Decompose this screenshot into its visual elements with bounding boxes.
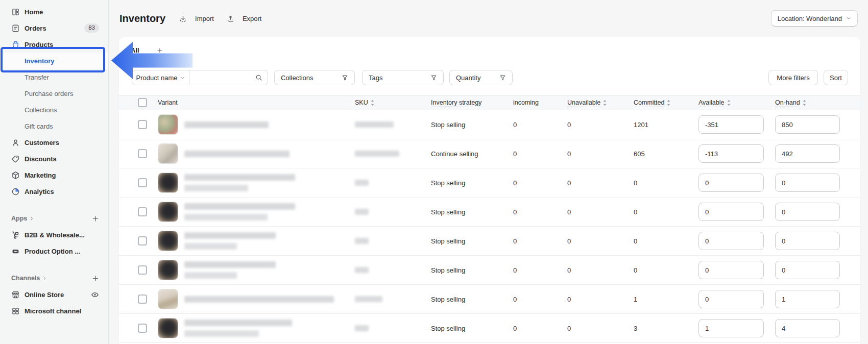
variant-cell — [158, 260, 355, 280]
sidebar-section-apps[interactable]: Apps — [0, 210, 108, 227]
row-checkbox[interactable] — [138, 178, 147, 187]
on-hand-input[interactable] — [775, 174, 840, 192]
sort-icon[interactable] — [727, 100, 731, 106]
column-header-committed[interactable]: Committed — [634, 99, 698, 106]
sidebar-item-analytics[interactable]: Analytics — [0, 183, 108, 200]
sidebar-item-products[interactable]: Products — [0, 36, 108, 53]
sort-icon[interactable] — [370, 100, 375, 106]
variant-cell — [158, 173, 355, 193]
export-button[interactable]: Export — [226, 14, 262, 23]
sidebar-item-inventory[interactable]: Inventory — [0, 53, 108, 69]
row-checkbox-cell — [138, 236, 158, 245]
available-input[interactable] — [698, 115, 764, 134]
sidebar-item-purchase-orders[interactable]: Purchase orders — [0, 85, 108, 102]
row-checkbox[interactable] — [138, 324, 147, 333]
row-checkbox[interactable] — [138, 265, 147, 275]
row-checkbox[interactable] — [138, 236, 147, 245]
available-input[interactable] — [698, 144, 764, 163]
more-filters-button[interactable]: More filters — [768, 70, 818, 85]
table-row: Stop selling000 — [119, 256, 860, 285]
sort-icon[interactable] — [802, 100, 807, 106]
quantity-filter[interactable]: Quantity — [449, 70, 513, 85]
on-hand-input[interactable] — [775, 261, 840, 279]
search-input[interactable] — [195, 74, 255, 82]
available-input[interactable] — [698, 319, 764, 337]
row-checkbox[interactable] — [138, 207, 147, 216]
column-header-unavailable[interactable]: Unavailable — [567, 99, 634, 106]
inventory-strategy-cell: Stop selling — [431, 179, 513, 187]
variant-thumbnail[interactable] — [158, 231, 178, 251]
on-hand-input[interactable] — [775, 232, 840, 250]
column-header-label: Unavailable — [567, 99, 600, 106]
sidebar-item-orders[interactable]: Orders83 — [0, 20, 108, 36]
available-input[interactable] — [698, 174, 764, 192]
sidebar-item-product-option[interactable]: Product Option ... — [0, 243, 108, 259]
eye-icon[interactable] — [91, 290, 99, 299]
table-body: Stop selling001201Continue selling00605S… — [119, 110, 860, 343]
sidebar-item-discounts[interactable]: Discounts — [0, 151, 108, 167]
redacted-text — [355, 209, 369, 215]
sort-icon[interactable] — [602, 100, 607, 106]
select-all-checkbox[interactable] — [138, 98, 147, 107]
available-input[interactable] — [698, 290, 764, 308]
variant-thumbnail[interactable] — [158, 318, 178, 338]
on-hand-input[interactable] — [775, 115, 840, 134]
variant-thumbnail[interactable] — [158, 289, 178, 309]
tab-all[interactable]: All — [131, 46, 139, 54]
available-input[interactable] — [698, 232, 764, 250]
available-cell — [698, 232, 775, 250]
sort-icon[interactable] — [666, 100, 671, 106]
on-hand-cell — [775, 319, 860, 337]
row-checkbox[interactable] — [138, 294, 147, 304]
variant-thumbnail[interactable] — [158, 173, 178, 193]
row-checkbox[interactable] — [138, 120, 147, 129]
redacted-text — [184, 214, 268, 220]
sidebar-item-marketing[interactable]: Marketing — [0, 167, 108, 183]
column-header-label: Committed — [634, 99, 664, 106]
on-hand-input[interactable] — [775, 144, 840, 163]
filters-bar: Product name Collections Tags — [119, 70, 860, 85]
sidebar-item-label: Inventory — [25, 57, 55, 65]
sidebar-item-customers[interactable]: Customers — [0, 134, 108, 151]
available-input[interactable] — [698, 261, 764, 279]
import-button[interactable]: Import — [179, 14, 214, 23]
add-tab-button[interactable]: + — [157, 46, 162, 55]
column-header-available[interactable]: Available — [698, 99, 775, 106]
row-checkbox-cell — [138, 149, 158, 158]
tags-filter[interactable]: Tags — [362, 70, 444, 85]
on-hand-input[interactable] — [775, 290, 840, 308]
sidebar-item-collections[interactable]: Collections — [0, 102, 108, 118]
on-hand-input[interactable] — [775, 319, 840, 337]
sidebar-item-b2b-wholesale[interactable]: B2B & Wholesale... — [0, 227, 108, 243]
variant-thumbnail[interactable] — [158, 260, 178, 280]
add-apps-icon[interactable] — [92, 215, 99, 222]
sidebar-section-channels[interactable]: Channels — [0, 270, 108, 286]
inventory-strategy-cell: Continue selling — [431, 150, 513, 158]
row-checkbox[interactable] — [138, 149, 147, 158]
search-field-selector[interactable]: Product name — [132, 70, 189, 85]
variant-thumbnail[interactable] — [158, 114, 178, 135]
redacted-text — [184, 185, 248, 191]
page-header: Inventory Import Export Location: Wonder… — [109, 0, 868, 37]
sidebar-item-gift-cards[interactable]: Gift cards — [0, 118, 108, 134]
variant-thumbnail[interactable] — [158, 202, 178, 222]
add-channels-icon[interactable] — [92, 275, 99, 282]
variant-name-redacted — [184, 174, 295, 191]
sidebar-item-online-store[interactable]: Online Store — [0, 286, 108, 303]
on-hand-input[interactable] — [775, 203, 840, 221]
tabs-bar: All + — [119, 37, 860, 55]
location-selector[interactable]: Location: Wonderland — [771, 10, 858, 27]
export-icon — [226, 14, 235, 23]
collections-filter[interactable]: Collections — [274, 70, 355, 85]
redacted-text — [355, 296, 382, 302]
sort-button[interactable]: Sort — [824, 70, 848, 85]
sidebar-item-microsoft-channel[interactable]: Microsoft channel — [0, 303, 108, 319]
sidebar-item-home[interactable]: Home — [0, 4, 108, 20]
incoming-cell: 0 — [513, 325, 567, 332]
column-header-sku[interactable]: SKU — [355, 99, 431, 106]
column-header-incoming: incoming — [513, 99, 567, 106]
sidebar-item-transfer[interactable]: Transfer — [0, 69, 108, 85]
variant-thumbnail[interactable] — [158, 143, 178, 164]
available-input[interactable] — [698, 203, 764, 221]
column-header-on-hand[interactable]: On-hand — [775, 99, 860, 106]
